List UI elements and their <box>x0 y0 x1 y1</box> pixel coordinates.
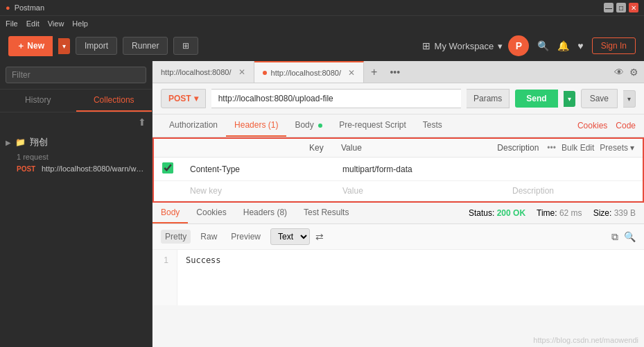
chevron-down-icon: ▾ <box>498 41 503 51</box>
tab-dot <box>263 71 267 75</box>
response-time-label: Time: 62 ms <box>537 208 582 218</box>
new-description-placeholder[interactable]: Description <box>512 186 554 196</box>
response-area: Body Cookies Headers (8) Test Results St… <box>153 203 644 305</box>
response-text: Success <box>177 250 229 305</box>
sidebar-actions: ⬆ <box>0 112 152 132</box>
status-badge: Status: 200 OK <box>469 208 525 218</box>
collection-item[interactable]: ▶ 📁 翔创 <box>0 132 152 153</box>
tab-close-1[interactable]: ✕ <box>348 68 355 78</box>
save-button[interactable]: Save <box>581 89 618 108</box>
menu-file[interactable]: File <box>6 19 18 28</box>
tabs-bar: http://localhost:8080/ ✕ http://localhos… <box>153 61 644 83</box>
runner-button[interactable]: Runner <box>123 37 168 55</box>
headers-table: Content-Type multipart/form-data New key <box>154 158 643 201</box>
sidebar-tab-collections[interactable]: Collections <box>76 90 153 112</box>
maximize-button[interactable]: □ <box>616 3 626 12</box>
sidebar-tabs: History Collections <box>0 90 152 112</box>
response-body: 1 Success <box>153 250 644 305</box>
url-input[interactable] <box>211 89 461 108</box>
layout-button[interactable]: ⊞ <box>173 37 198 55</box>
response-body-toolbar: Pretty Raw Preview Text ⇄ ⧉ 🔍 <box>153 224 644 250</box>
menu-bar: File Edit View Help <box>0 15 644 31</box>
new-value-placeholder[interactable]: Value <box>342 186 363 196</box>
table-row-new: New key Value Description <box>154 181 643 201</box>
response-tab-tests[interactable]: Test Results <box>295 203 357 223</box>
preview-button[interactable]: Preview <box>227 230 265 244</box>
response-tab-cookies[interactable]: Cookies <box>188 203 234 223</box>
sidebar-search-area <box>0 61 152 90</box>
method-chevron-icon: ▾ <box>194 94 198 103</box>
minimize-button[interactable]: — <box>604 3 613 12</box>
tab-close-0[interactable]: ✕ <box>238 67 245 77</box>
import-collection-button[interactable]: ⬆ <box>138 117 146 128</box>
presets-chevron-icon: ▾ <box>630 143 634 153</box>
search-response-button[interactable]: 🔍 <box>624 231 636 243</box>
collection-sub-label: 1 request <box>0 153 152 161</box>
settings-icon-button[interactable]: ⚙ <box>629 67 638 78</box>
req-tab-headers[interactable]: Headers (1) <box>226 115 286 137</box>
search-icon-button[interactable]: 🔍 <box>537 40 549 51</box>
response-tab-headers[interactable]: Headers (8) <box>235 203 295 223</box>
presets-button[interactable]: Presets ▾ <box>600 143 634 153</box>
format-select[interactable]: Text <box>270 228 310 245</box>
response-size-value: 339 B <box>614 208 636 218</box>
header-value: multipart/form-data <box>342 164 412 174</box>
status-ok-label: 200 OK <box>497 208 525 218</box>
method-label: POST <box>168 94 191 103</box>
tab-label-0: http://localhost:8080/ <box>161 68 232 76</box>
wrap-icon-button[interactable]: ⇄ <box>315 231 324 242</box>
three-dots-button[interactable]: ••• <box>547 143 556 153</box>
req-tab-prerequest[interactable]: Pre-request Script <box>331 115 415 137</box>
menu-edit[interactable]: Edit <box>26 19 40 28</box>
request-bar: POST ▾ Params Send ▾ Save ▾ <box>153 83 644 115</box>
eye-icon-button[interactable]: 👁 <box>614 67 624 78</box>
tab-item-1[interactable]: http://localhost:8080/ ✕ <box>254 61 365 83</box>
raw-button[interactable]: Raw <box>196 230 221 244</box>
row-checkbox[interactable] <box>162 162 173 174</box>
notifications-icon-button[interactable]: 🔔 <box>557 40 569 51</box>
presets-label: Presets <box>600 143 628 153</box>
new-button[interactable]: ＋ New <box>8 36 53 56</box>
req-tab-tests[interactable]: Tests <box>415 115 451 137</box>
bulk-edit-button[interactable]: Bulk Edit <box>562 143 594 153</box>
toolbar: ＋ New ▾ Import Runner ⊞ ⊞ My Workspace ▾… <box>0 31 644 61</box>
import-button[interactable]: Import <box>76 37 117 55</box>
cookies-link[interactable]: Cookies <box>577 121 607 130</box>
add-tab-button[interactable]: + <box>364 61 384 83</box>
sign-in-button[interactable]: Sign In <box>592 37 636 54</box>
save-dropdown-button[interactable]: ▾ <box>623 90 636 108</box>
req-tab-headers-label: Headers <box>234 120 266 130</box>
tabs-right: 👁 ⚙ <box>614 61 644 83</box>
workspace-label: My Workspace <box>435 41 494 51</box>
headers-col-desc: Description <box>497 143 539 153</box>
close-button[interactable]: ✕ <box>629 3 638 12</box>
response-status: Status: 200 OK Time: 62 ms Size: 339 B <box>460 208 644 218</box>
params-button[interactable]: Params <box>467 89 510 108</box>
req-tab-body-label: Body <box>295 120 313 130</box>
headers-toolbar-right: ••• Bulk Edit Presets ▾ <box>547 143 634 153</box>
copy-icon-button[interactable]: ⧉ <box>611 231 618 243</box>
pretty-button[interactable]: Pretty <box>161 230 191 244</box>
sidebar-tab-history[interactable]: History <box>0 90 76 112</box>
workspace-button[interactable]: ⊞ My Workspace ▾ <box>422 40 503 51</box>
response-tab-body[interactable]: Body <box>153 203 188 223</box>
req-tab-body[interactable]: Body <box>286 115 331 137</box>
code-link[interactable]: Code <box>616 121 636 130</box>
headers-toolbar: Key Value Description ••• Bulk Edit Pres… <box>154 139 643 158</box>
search-input[interactable] <box>6 67 146 83</box>
request-item[interactable]: POST http://localhost:8080/warn/warnpost <box>0 161 152 176</box>
send-dropdown-button[interactable]: ▾ <box>564 91 575 107</box>
method-select[interactable]: POST ▾ <box>161 89 206 108</box>
menu-help[interactable]: Help <box>72 19 88 28</box>
req-tab-authorization[interactable]: Authorization <box>161 115 226 137</box>
heart-icon-button[interactable]: ♥ <box>577 40 583 51</box>
new-key-placeholder[interactable]: New key <box>190 186 222 196</box>
menu-view[interactable]: View <box>48 19 64 28</box>
new-label: New <box>27 41 44 51</box>
send-button[interactable]: Send <box>515 90 557 108</box>
tab-item-0[interactable]: http://localhost:8080/ ✕ <box>153 61 254 83</box>
window-controls: — □ ✕ <box>604 3 638 12</box>
new-dropdown-button[interactable]: ▾ <box>58 38 70 54</box>
more-tabs-button[interactable]: ••• <box>384 61 406 83</box>
title-bar: ● Postman — □ ✕ <box>0 0 644 15</box>
